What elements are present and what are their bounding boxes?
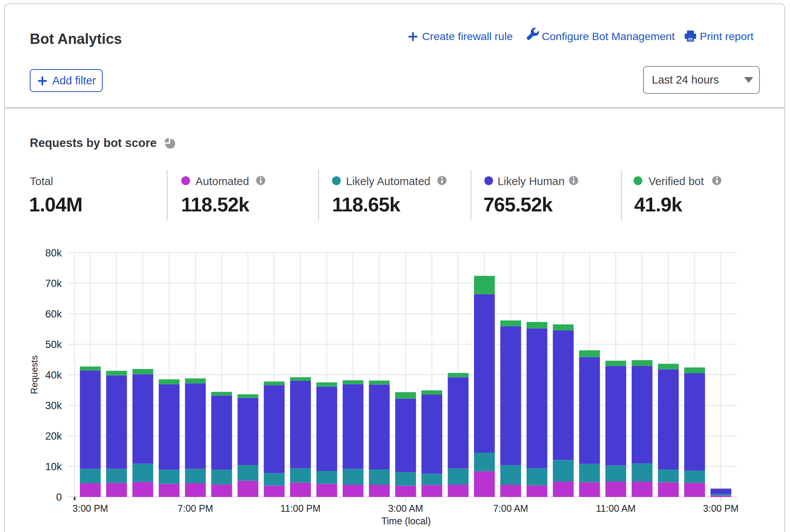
svg-text:10k: 10k bbox=[45, 461, 62, 472]
svg-text:Time (local): Time (local) bbox=[381, 516, 431, 526]
svg-text:7:00 AM: 7:00 AM bbox=[493, 503, 528, 514]
svg-text:70k: 70k bbox=[45, 278, 62, 289]
svg-text:3:00 AM: 3:00 AM bbox=[388, 503, 423, 514]
svg-text:40k: 40k bbox=[45, 369, 62, 381]
svg-text:7:00 PM: 7:00 PM bbox=[177, 503, 213, 514]
svg-text:3:00 PM: 3:00 PM bbox=[73, 503, 108, 514]
svg-text:11:00 AM: 11:00 AM bbox=[596, 503, 636, 514]
svg-text:30k: 30k bbox=[45, 400, 62, 411]
svg-text:11:00 PM: 11:00 PM bbox=[281, 503, 321, 514]
svg-text:80k: 80k bbox=[45, 247, 62, 259]
svg-text:50k: 50k bbox=[45, 339, 62, 350]
svg-text:3:00 PM: 3:00 PM bbox=[703, 503, 738, 514]
svg-text:0: 0 bbox=[56, 492, 62, 503]
svg-text:Requests: Requests bbox=[29, 355, 39, 394]
svg-text:20k: 20k bbox=[45, 430, 62, 442]
svg-text:60k: 60k bbox=[45, 308, 62, 320]
